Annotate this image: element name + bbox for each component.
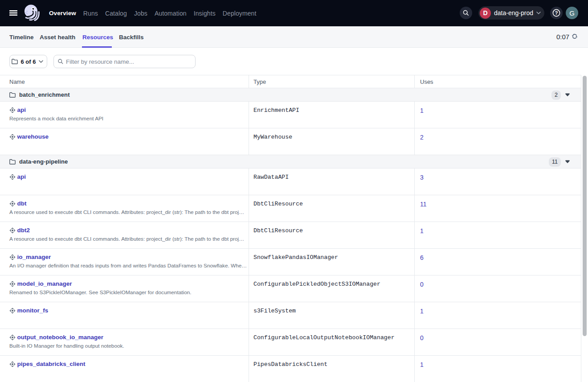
svg-text:?: ?: [555, 10, 558, 16]
